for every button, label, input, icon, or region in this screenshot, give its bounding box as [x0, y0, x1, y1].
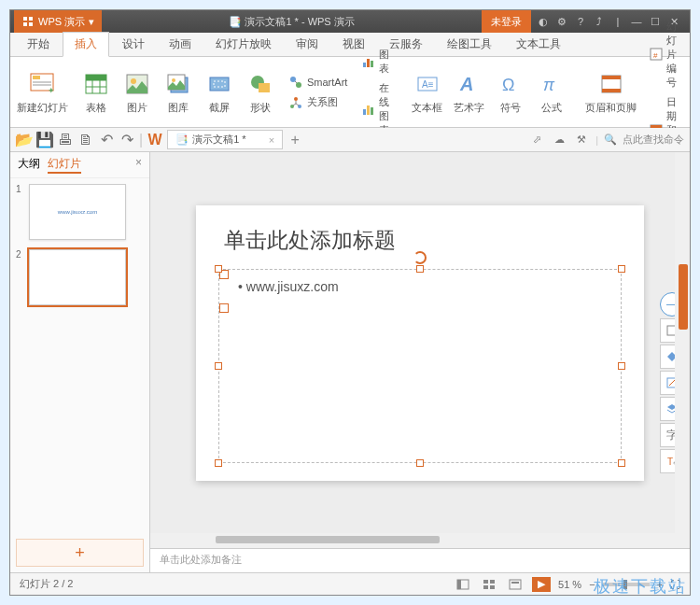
relation-icon [288, 95, 303, 110]
login-button[interactable]: 未登录 [482, 10, 531, 33]
slides-tab[interactable]: 幻灯片 [48, 156, 81, 174]
undo-icon[interactable]: ↶ [98, 132, 115, 148]
save-icon[interactable]: 💾 [36, 132, 53, 148]
slide-panel: 大纲 幻灯片 × 1 www.jisuxz.com 2 + [10, 152, 150, 572]
wordart-button[interactable]: A 艺术字 [450, 69, 488, 115]
canvas-scroll[interactable]: 单击此处添加标题 • www.jisuxz.com — 字 [150, 152, 690, 533]
svg-text:A≡: A≡ [422, 79, 434, 90]
notes-placeholder[interactable]: 单击此处添加备注 [150, 548, 690, 572]
svg-rect-49 [510, 580, 521, 589]
scrollbar-thumb[interactable] [216, 536, 440, 543]
equation-icon: π [537, 69, 567, 99]
tab-animation[interactable]: 动画 [158, 33, 203, 56]
gallery-button[interactable]: 图库 [160, 69, 197, 115]
svg-text:Ω: Ω [502, 76, 514, 94]
svg-rect-2 [33, 81, 51, 83]
zoom-level[interactable]: 51 % [558, 579, 581, 590]
command-search[interactable]: 点此查找命令 [623, 133, 684, 147]
svg-text:A: A [459, 74, 473, 94]
reading-view-icon[interactable] [506, 577, 525, 592]
document-tab[interactable]: 📑 演示文稿1 * × [167, 130, 283, 149]
smartart-button[interactable]: SmartArt [287, 73, 349, 91]
svg-rect-34 [602, 89, 621, 92]
close-tab-icon[interactable]: × [269, 134, 274, 146]
shape-button[interactable]: 形状 [242, 69, 279, 115]
screenshot-icon [204, 69, 234, 99]
svg-point-8 [131, 78, 136, 84]
redo-icon[interactable]: ↷ [119, 132, 135, 148]
minimize-icon[interactable]: — [628, 13, 645, 30]
app-window: WPS 演示 ▾ 📑 演示文稿1 * - WPS 演示 未登录 ◐ ⚙ ? ⤴ … [9, 9, 691, 596]
slide-number-icon: # [650, 47, 663, 62]
thumb-number: 2 [16, 249, 25, 305]
table-button[interactable]: 表格 [77, 69, 115, 115]
outline-tab[interactable]: 大纲 [18, 156, 40, 174]
chart-icon [362, 54, 375, 69]
horizontal-scrollbar[interactable] [150, 533, 690, 548]
settings-icon[interactable]: ⚙ [553, 13, 570, 30]
normal-view-icon[interactable] [454, 577, 472, 592]
svg-rect-6 [86, 75, 106, 80]
wps-home-icon[interactable]: W [147, 132, 163, 148]
tab-review[interactable]: 审阅 [285, 33, 329, 56]
slide[interactable]: 单击此处添加标题 • www.jisuxz.com [196, 205, 644, 481]
svg-rect-23 [371, 61, 373, 67]
feedback-icon[interactable]: ⤴ [591, 13, 608, 30]
symbol-button[interactable]: Ω 符号 [492, 69, 529, 115]
thumb-number: 1 [16, 184, 25, 240]
search-icon[interactable]: 🔍 [604, 134, 617, 146]
svg-point-18 [294, 97, 298, 101]
vertical-scrollbar[interactable] [675, 152, 690, 533]
slide-thumbnail-2[interactable] [29, 249, 126, 305]
tab-start[interactable]: 开始 [16, 33, 61, 56]
new-tab-icon[interactable]: + [287, 132, 303, 148]
rotate-handle-icon[interactable] [413, 251, 427, 264]
textbox-button[interactable]: A≡ 文本框 [408, 69, 446, 115]
slide-number-button[interactable]: #幻灯片编号 [648, 18, 680, 91]
table-icon [81, 69, 111, 99]
new-slide-button[interactable]: ✦ 新建幻灯片 [18, 69, 66, 115]
skin-icon[interactable]: ◐ [535, 13, 552, 30]
close-panel-icon[interactable]: × [135, 156, 142, 174]
title-placeholder[interactable]: 单击此处添加标题 [224, 226, 396, 255]
slide-thumbnail-1[interactable]: www.jisuxz.com [29, 184, 126, 240]
screenshot-button[interactable]: 截屏 [201, 69, 238, 115]
equation-button[interactable]: π 公式 [533, 69, 570, 115]
ribbon-tabs: 开始 插入 设计 动画 幻灯片放映 审阅 视图 云服务 绘图工具 文本工具 [10, 33, 690, 57]
print-preview-icon[interactable]: 🗎 [77, 132, 94, 148]
tab-design[interactable]: 设计 [111, 33, 156, 56]
content-textbox[interactable]: • www.jisuxz.com [218, 269, 622, 463]
tab-draw-tools[interactable]: 绘图工具 [436, 33, 503, 56]
share-icon[interactable]: ⬀ [528, 132, 545, 148]
watermark: 极速下载站 [594, 575, 687, 598]
app-name-label: WPS 演示 [38, 15, 85, 29]
tab-slideshow[interactable]: 幻灯片放映 [204, 33, 283, 56]
bullet-text[interactable]: • www.jisuxz.com [219, 270, 621, 303]
cloud-icon[interactable]: ☁ [551, 132, 567, 148]
svg-text:π: π [543, 76, 555, 94]
svg-rect-24 [363, 109, 366, 115]
app-menu[interactable]: WPS 演示 ▾ [14, 10, 102, 33]
app-logo-icon [21, 15, 35, 28]
tab-insert[interactable]: 插入 [63, 32, 109, 57]
ribbon: ✦ 新建幻灯片 表格 图片 图库 截屏 形状 SmartArt 关系图 [10, 57, 690, 128]
relation-button[interactable]: 关系图 [287, 93, 349, 112]
app-menu-caret-icon: ▾ [89, 16, 94, 28]
scrollbar-thumb[interactable] [679, 264, 688, 330]
dash-icon[interactable]: | [609, 13, 626, 30]
tab-text-tools[interactable]: 文本工具 [505, 33, 572, 56]
slideshow-play-icon[interactable]: ▶ [532, 577, 551, 592]
svg-rect-12 [210, 77, 229, 91]
tools-icon[interactable]: ⚒ [573, 132, 590, 148]
chart-button[interactable]: 图表 [360, 46, 393, 77]
sorter-view-icon[interactable] [480, 577, 498, 592]
header-footer-button[interactable]: 页眉和页脚 [581, 69, 640, 115]
thumbnails: 1 www.jisuxz.com 2 [10, 178, 149, 533]
svg-rect-45 [483, 580, 488, 584]
help-icon[interactable]: ? [572, 13, 589, 30]
picture-button[interactable]: 图片 [119, 69, 156, 115]
add-slide-button[interactable]: + [16, 539, 144, 567]
online-chart-icon [362, 102, 375, 117]
print-icon[interactable]: 🖶 [57, 132, 74, 148]
open-icon[interactable]: 📂 [16, 132, 33, 148]
